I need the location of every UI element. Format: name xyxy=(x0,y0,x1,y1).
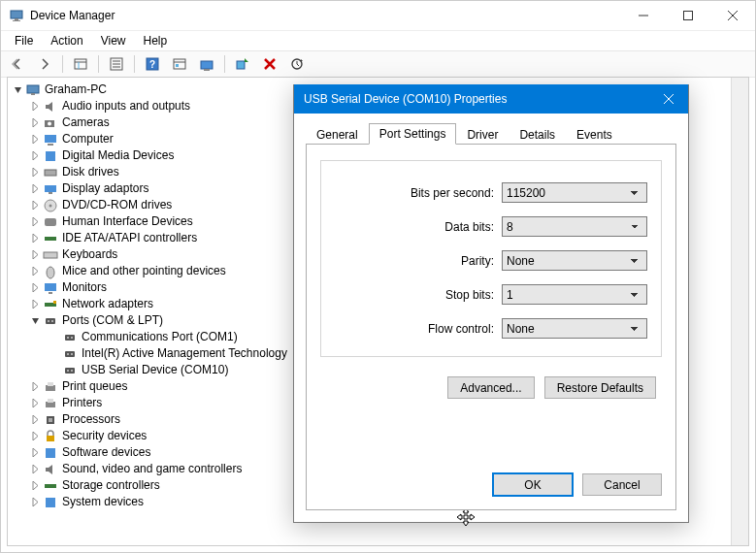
properties-button[interactable] xyxy=(105,52,128,76)
cancel-button[interactable]: Cancel xyxy=(582,473,662,496)
menu-help[interactable]: Help xyxy=(136,32,176,49)
svg-rect-27 xyxy=(45,170,56,176)
collapse-icon[interactable] xyxy=(12,84,23,96)
show-hide-tree-button[interactable] xyxy=(69,52,92,76)
svg-point-35 xyxy=(47,267,54,278)
svg-rect-28 xyxy=(45,185,56,192)
vertical-scrollbar[interactable] xyxy=(731,78,748,545)
advanced-button[interactable]: Advanced... xyxy=(447,376,534,399)
port-device-icon xyxy=(62,363,78,378)
expand-icon[interactable] xyxy=(29,134,41,146)
svg-point-44 xyxy=(67,337,69,339)
restore-defaults-button[interactable]: Restore Defaults xyxy=(544,376,656,399)
expand-icon[interactable] xyxy=(29,101,41,113)
expand-icon[interactable] xyxy=(29,398,41,409)
svg-point-45 xyxy=(71,337,73,339)
svg-rect-40 xyxy=(46,318,55,324)
stopbits-select[interactable]: 1 xyxy=(502,284,647,305)
svg-rect-46 xyxy=(65,351,75,357)
expand-icon[interactable] xyxy=(29,150,41,162)
update-driver-button[interactable] xyxy=(195,52,218,76)
menu-view[interactable]: View xyxy=(93,32,134,49)
expand-icon[interactable] xyxy=(29,480,41,492)
flow-label: Flow control: xyxy=(428,322,494,336)
svg-rect-2 xyxy=(13,20,20,21)
expand-icon[interactable] xyxy=(29,216,41,228)
svg-rect-61 xyxy=(46,498,55,507)
tree-item-label: Print queues xyxy=(62,378,127,395)
expand-icon[interactable] xyxy=(29,299,41,310)
scan-changes-button[interactable] xyxy=(285,52,309,76)
tree-item-label: Software devices xyxy=(62,444,150,461)
device-category-icon xyxy=(43,165,58,180)
scan-hardware-button[interactable] xyxy=(168,52,191,76)
tab-details[interactable]: Details xyxy=(509,124,566,145)
device-category-icon xyxy=(43,429,58,444)
help-button[interactable]: ? xyxy=(141,52,164,76)
device-category-icon xyxy=(43,115,58,131)
tab-driver[interactable]: Driver xyxy=(456,124,509,145)
svg-point-47 xyxy=(67,353,69,355)
enable-device-button[interactable] xyxy=(231,52,254,76)
flow-select[interactable]: None xyxy=(502,318,647,339)
tree-item-label: Display adaptors xyxy=(62,180,148,197)
expand-icon[interactable] xyxy=(29,381,41,393)
device-manager-icon xyxy=(9,8,24,23)
minimize-button[interactable] xyxy=(621,1,666,30)
collapse-icon[interactable] xyxy=(29,315,41,327)
expand-icon[interactable] xyxy=(29,117,41,129)
device-category-icon xyxy=(43,297,58,312)
expand-icon[interactable] xyxy=(29,200,41,211)
tab-general[interactable]: General xyxy=(306,124,369,145)
tab-events[interactable]: Events xyxy=(566,124,623,145)
svg-rect-32 xyxy=(45,218,56,226)
tab-port-settings[interactable]: Port Settings xyxy=(369,123,457,145)
tree-item-label: Cameras xyxy=(62,114,110,131)
ok-button[interactable]: OK xyxy=(493,473,573,496)
dialog-close-button[interactable] xyxy=(649,84,688,114)
svg-rect-18 xyxy=(237,61,245,69)
expand-icon[interactable] xyxy=(29,233,41,244)
menubar: File Action View Help xyxy=(1,31,755,50)
databits-select[interactable]: 8 xyxy=(502,216,647,237)
tree-item-label: Ports (COM & LPT) xyxy=(62,312,163,329)
maximize-button[interactable] xyxy=(666,1,710,30)
device-category-icon xyxy=(43,379,58,395)
tree-item-label: Audio inputs and outputs xyxy=(62,98,190,114)
bps-select[interactable]: 115200 xyxy=(502,182,647,203)
svg-rect-20 xyxy=(27,85,39,93)
expand-icon[interactable] xyxy=(29,447,41,459)
svg-rect-43 xyxy=(65,335,75,341)
databits-label: Data bits: xyxy=(444,220,494,234)
parity-select[interactable]: None xyxy=(502,250,647,271)
uninstall-device-button[interactable] xyxy=(258,52,281,76)
svg-point-42 xyxy=(51,320,53,322)
forward-button[interactable] xyxy=(33,52,56,76)
dialog-titlebar[interactable]: USB Serial Device (COM10) Properties xyxy=(294,84,688,114)
expand-icon[interactable] xyxy=(29,414,41,426)
close-button[interactable] xyxy=(710,1,755,30)
port-device-icon xyxy=(62,346,78,362)
svg-text:?: ? xyxy=(149,59,155,70)
stopbits-label: Stop bits: xyxy=(445,288,494,302)
device-category-icon xyxy=(43,412,58,428)
expand-icon[interactable] xyxy=(29,497,41,508)
expand-icon[interactable] xyxy=(29,183,41,195)
device-category-icon xyxy=(43,148,58,164)
back-button[interactable] xyxy=(6,52,29,76)
expand-icon[interactable] xyxy=(29,282,41,294)
tree-item-label: System devices xyxy=(62,494,144,510)
device-manager-window: Device Manager File Action View Help ? G… xyxy=(0,0,756,553)
expand-icon[interactable] xyxy=(29,167,41,179)
tree-item-label: Storage controllers xyxy=(62,477,160,494)
expand-icon[interactable] xyxy=(29,249,41,261)
expand-icon[interactable] xyxy=(29,431,41,442)
expand-icon[interactable] xyxy=(29,464,41,475)
menu-file[interactable]: File xyxy=(7,32,41,49)
expand-icon[interactable] xyxy=(29,266,41,277)
svg-rect-21 xyxy=(31,93,35,95)
device-category-icon xyxy=(43,99,58,114)
svg-rect-4 xyxy=(75,59,86,69)
menu-action[interactable]: Action xyxy=(43,32,90,49)
tree-item-label: Monitors xyxy=(62,279,107,296)
